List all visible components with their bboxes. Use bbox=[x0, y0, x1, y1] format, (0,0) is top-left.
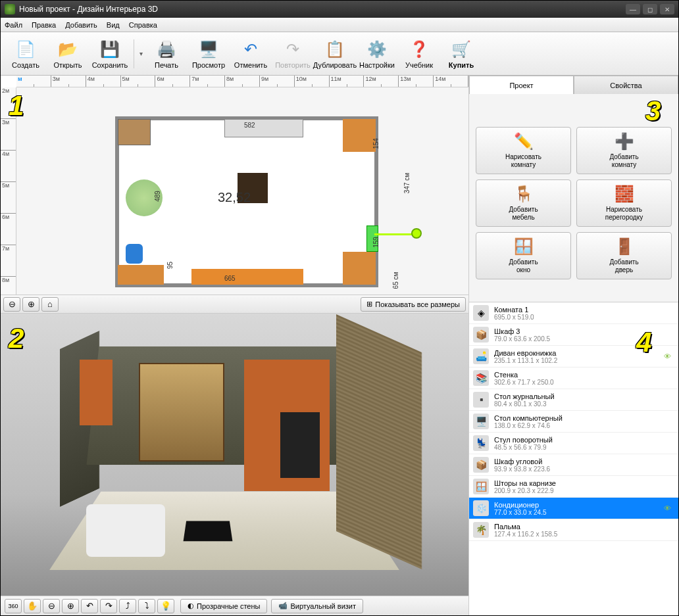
rotate-right-button[interactable]: ↷ bbox=[100, 599, 117, 613]
pan-button[interactable]: ✋ bbox=[24, 599, 41, 613]
list-item[interactable]: 💺Стул поворотный48.5 x 56.6 x 79.9 bbox=[469, 433, 678, 454]
curtain-3d[interactable] bbox=[139, 363, 224, 462]
furniture-shelf[interactable] bbox=[343, 252, 376, 285]
zoom-out-button[interactable]: ⊖ bbox=[3, 297, 20, 312]
dim-r2: 154 bbox=[372, 138, 380, 149]
item-name: Шторы на карнизе bbox=[494, 479, 674, 487]
furniture-sofa[interactable] bbox=[191, 269, 303, 285]
tool-Повторить[interactable]: ↷Повторить bbox=[272, 35, 314, 73]
action-мебель[interactable]: 🪑Добавитьмебель bbox=[476, 179, 571, 227]
item-dims: 138.0 x 62.9 x 74.6 bbox=[494, 422, 674, 429]
list-item[interactable]: 📚Стенка302.6 x 71.7 x 250.0 bbox=[469, 367, 678, 389]
list-item[interactable]: 🪟Шторы на карнизе200.9 x 20.3 x 222.9 bbox=[469, 476, 678, 498]
list-item[interactable]: ❄️Кондиционер77.0 x 33.0 x 24.5👁 bbox=[469, 498, 678, 519]
tool-Отменить[interactable]: ↶Отменить bbox=[230, 35, 272, 73]
close-button[interactable]: ✕ bbox=[660, 4, 674, 14]
item-thumb: 🪟 bbox=[473, 479, 489, 494]
sofa-3d[interactable] bbox=[86, 504, 165, 557]
list-item[interactable]: 📦Шкаф угловой93.9 x 93.8 x 223.6 bbox=[469, 454, 678, 476]
menu-Вид[interactable]: Вид bbox=[107, 21, 120, 29]
furniture-desk[interactable] bbox=[118, 265, 164, 285]
window-title: Новый проект - Дизайн Интерьера 3D bbox=[19, 5, 158, 14]
canvas-2d[interactable]: 32,52 582 665 489 95 347 см 154 159 65 с… bbox=[16, 87, 468, 295]
list-item[interactable]: 🌴Пальма127.4 x 116.2 x 158.5 bbox=[469, 519, 678, 541]
light-button[interactable]: 💡 bbox=[157, 599, 174, 613]
item-thumb: 📦 bbox=[473, 327, 489, 343]
tab-properties[interactable]: Свойства bbox=[574, 76, 678, 94]
tool-Настройки[interactable]: ⚙️Настройки bbox=[356, 35, 398, 73]
home-button[interactable]: ⌂ bbox=[41, 297, 59, 312]
list-item[interactable]: 📦Шкаф 379.0 x 63.6 x 200.5 bbox=[469, 324, 678, 346]
ruler-horizontal: м3м4м5м6м7м8м9м10м11м12м13м14м bbox=[16, 76, 468, 87]
list-item[interactable]: ◈Комната 1695.0 x 519.0 bbox=[469, 302, 678, 324]
action-комнату[interactable]: ✏️Нарисоватькомнату bbox=[476, 127, 571, 174]
action-перегородку[interactable]: 🧱Нарисоватьперегородку bbox=[576, 179, 672, 227]
rotate-360-button[interactable]: 360 bbox=[5, 599, 22, 613]
room-outline[interactable]: 32,52 582 665 489 95 bbox=[115, 116, 378, 287]
tool-Дублировать[interactable]: 📋Дублировать bbox=[314, 35, 356, 73]
plan-toolbar: ⊖ ⊕ ⌂ ⊞ Показывать все размеры bbox=[1, 295, 468, 313]
item-thumb: 🛋️ bbox=[473, 348, 489, 364]
tool-Печать[interactable]: 🖨️Печать bbox=[145, 35, 188, 73]
virtual-visit-button[interactable]: 📹Виртуальный визит bbox=[271, 599, 363, 613]
rotate-down-button[interactable]: ⤵ bbox=[138, 599, 155, 613]
tool-Учебник[interactable]: ❓Учебник bbox=[398, 35, 440, 73]
tab-project[interactable]: Проект bbox=[469, 76, 574, 94]
transparent-walls-button[interactable]: ◐Прозрачные стены bbox=[180, 599, 267, 613]
show-dimensions-button[interactable]: ⊞ Показывать все размеры bbox=[361, 297, 466, 312]
Купить-icon: 🛒 bbox=[451, 39, 472, 60]
actions-grid: ✏️Нарисоватькомнату➕Добавитькомнату🪑Доба… bbox=[469, 115, 678, 286]
zoom-out-3d-button[interactable]: ⊖ bbox=[43, 599, 60, 613]
action-дверь[interactable]: 🚪Добавитьдверь bbox=[576, 232, 672, 279]
dim-bl: 95 bbox=[166, 262, 174, 269]
item-thumb: 🌴 bbox=[473, 522, 489, 538]
app-icon bbox=[5, 4, 15, 14]
furniture-ac[interactable] bbox=[224, 119, 303, 137]
visibility-icon[interactable]: 👁 bbox=[664, 352, 674, 360]
rotate-left-button[interactable]: ↶ bbox=[81, 599, 98, 613]
plan-2d-area[interactable]: м3м4м5м6м7м8м9м10м11м12м13м14м 2м3м4м5м6… bbox=[1, 76, 468, 314]
дверь-icon: 🚪 bbox=[615, 237, 634, 256]
tool-Просмотр[interactable]: 🖥️Просмотр bbox=[188, 35, 230, 73]
Сохранить-icon: 💾 bbox=[99, 39, 120, 60]
list-item[interactable]: ▪️Стол журнальный80.4 x 80.1 x 30.3 bbox=[469, 389, 678, 411]
dropdown-arrow[interactable]: ▾ bbox=[137, 50, 145, 57]
wardrobe-3d[interactable] bbox=[80, 360, 113, 425]
ruler-vertical: 2м3м4м5м6м7м8м bbox=[1, 87, 16, 295]
object-list[interactable]: ◈Комната 1695.0 x 519.0📦Шкаф 379.0 x 63.… bbox=[469, 302, 678, 615]
action-комнату[interactable]: ➕Добавитькомнату bbox=[576, 127, 672, 174]
item-thumb: ◈ bbox=[473, 305, 489, 321]
view-3d[interactable]: 2 360 ✋ ⊖ ⊕ ↶ ↷ ⤴ ⤵ 💡 ◐Прозрачные стены … bbox=[1, 314, 468, 615]
rotate-up-button[interactable]: ⤴ bbox=[119, 599, 136, 613]
tool-Купить[interactable]: 🛒Купить bbox=[440, 35, 482, 73]
Отменить-icon: ↶ bbox=[240, 39, 261, 60]
item-name: Диван еврокнижка bbox=[494, 349, 664, 357]
tool-Создать[interactable]: 📄Создать bbox=[5, 35, 47, 73]
menu-Правка[interactable]: Правка bbox=[32, 21, 56, 29]
ruler-tick: 5м bbox=[1, 182, 16, 214]
menu-Добавить[interactable]: Добавить bbox=[65, 21, 97, 29]
maximize-button[interactable]: ◻ bbox=[643, 4, 657, 14]
visibility-icon[interactable]: 👁 bbox=[664, 504, 674, 512]
dim-right: 347 см bbox=[403, 173, 411, 193]
list-item[interactable]: 🖥️Стол компьютерный138.0 x 62.9 x 74.6 bbox=[469, 411, 678, 433]
menu-Справка[interactable]: Справка bbox=[129, 21, 157, 29]
action-окно[interactable]: 🪟Добавитьокно bbox=[476, 232, 571, 279]
zoom-in-3d-button[interactable]: ⊕ bbox=[62, 599, 79, 613]
shelf-3d[interactable] bbox=[244, 360, 330, 491]
tool-Сохранить[interactable]: 💾Сохранить bbox=[89, 35, 131, 73]
menu-Файл[interactable]: Файл bbox=[5, 21, 22, 29]
selection-indicator-dot[interactable] bbox=[411, 228, 422, 239]
Учебник-icon: ❓ bbox=[409, 39, 430, 60]
list-item[interactable]: 🛋️Диван еврокнижка235.1 x 113.1 x 102.2👁 bbox=[469, 346, 678, 367]
zoom-in-button[interactable]: ⊕ bbox=[22, 297, 39, 312]
table-3d[interactable] bbox=[184, 521, 233, 542]
furniture-corner[interactable] bbox=[343, 119, 376, 152]
furniture-wardrobe[interactable] bbox=[118, 119, 151, 145]
item-thumb: ❄️ bbox=[473, 500, 489, 516]
tool-Открыть[interactable]: 📂Открыть bbox=[47, 35, 89, 73]
furniture-chair[interactable] bbox=[126, 244, 143, 264]
minimize-button[interactable]: — bbox=[626, 4, 640, 14]
Повторить-icon: ↷ bbox=[282, 39, 303, 60]
item-dims: 127.4 x 116.2 x 158.5 bbox=[494, 531, 674, 538]
